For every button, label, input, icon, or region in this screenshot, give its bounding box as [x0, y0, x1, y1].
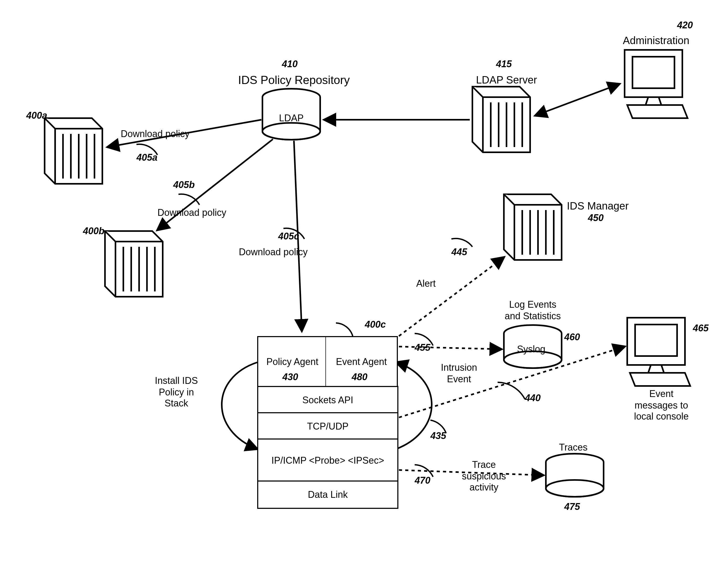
ref-420: 420 — [677, 20, 693, 31]
administration-monitor-icon — [625, 50, 687, 118]
ref-405a: 405a — [136, 152, 157, 163]
svg-point-24 — [504, 325, 562, 342]
ref-400b: 400b — [83, 226, 104, 237]
ref-450: 450 — [588, 213, 604, 224]
install-ids-label: Install IDS Policy in Stack — [155, 376, 198, 410]
ref-475: 475 — [564, 502, 580, 512]
svg-rect-8 — [632, 57, 674, 88]
server-400b-icon — [105, 231, 163, 297]
ids-manager-icon — [504, 194, 562, 260]
ref-470: 470 — [415, 475, 431, 486]
svg-line-31 — [536, 84, 619, 116]
ref-400c: 400c — [365, 319, 386, 330]
datalink-label: Data Link — [308, 489, 348, 500]
datalink-box: Data Link — [257, 480, 398, 509]
svg-point-28 — [546, 454, 604, 471]
ref-465: 465 — [693, 323, 708, 334]
svg-line-35 — [399, 257, 504, 336]
trace-suspicious-label: Trace suspicious activity — [462, 459, 506, 494]
ref-435: 435 — [431, 431, 446, 442]
svg-point-0 — [262, 89, 320, 105]
ref-440: 440 — [525, 393, 541, 404]
ref-480: 480 — [352, 372, 367, 383]
event-console-monitor-icon — [627, 318, 690, 386]
ip-icmp-box: IP/ICMP <Probe> <IPSec> — [257, 438, 398, 483]
svg-rect-7 — [625, 50, 682, 97]
tcp-udp-box: TCP/UDP — [257, 412, 398, 440]
traces-label: Traces — [559, 442, 588, 453]
ref-460: 460 — [564, 332, 580, 343]
ldap-label: LDAP — [276, 113, 307, 124]
download-policy-c: Download policy — [239, 247, 308, 258]
syslog-label: Syslog — [517, 344, 545, 355]
sockets-api-box: Sockets API — [257, 386, 398, 414]
alert-label: Alert — [416, 278, 436, 289]
ids-policy-repo-title: IDS Policy Repository — [226, 74, 362, 87]
event-msgs-label: Event messages to local console — [622, 388, 701, 423]
svg-point-1 — [262, 123, 320, 140]
ref-415: 415 — [496, 59, 512, 70]
log-events-label: Log Events and Statistics — [493, 299, 572, 322]
ids-manager-label: IDS Manager — [567, 200, 629, 212]
administration-label: Administration — [617, 34, 696, 47]
ldap-server-icon — [472, 87, 530, 152]
svg-line-36 — [399, 347, 501, 349]
tcp-udp-label: TCP/UDP — [307, 421, 348, 432]
download-policy-b: Download policy — [157, 207, 226, 219]
ref-455: 455 — [415, 343, 431, 353]
ref-430: 430 — [282, 372, 298, 383]
ref-410: 410 — [282, 59, 297, 70]
event-agent-label: Event Agent — [336, 357, 387, 368]
ref-405b: 405b — [173, 180, 195, 191]
ref-405c: 405c — [278, 231, 299, 242]
traces-cylinder — [546, 454, 604, 497]
svg-rect-26 — [627, 318, 685, 365]
ldap-server-label: LDAP Server — [470, 74, 543, 86]
policy-agent-label: Policy Agent — [266, 357, 318, 368]
server-400a-icon — [45, 118, 102, 184]
ref-400a: 400a — [26, 110, 47, 121]
sockets-api-label: Sockets API — [302, 395, 353, 406]
svg-line-37 — [399, 347, 625, 418]
intrusion-event-label: Intrusion Event — [441, 362, 477, 385]
download-policy-a: Download policy — [121, 129, 189, 140]
ip-icmp-label: IP/ICMP <Probe> <IPSec> — [271, 455, 384, 466]
ref-445: 445 — [451, 247, 467, 258]
svg-rect-27 — [635, 325, 677, 356]
svg-point-29 — [546, 480, 604, 497]
